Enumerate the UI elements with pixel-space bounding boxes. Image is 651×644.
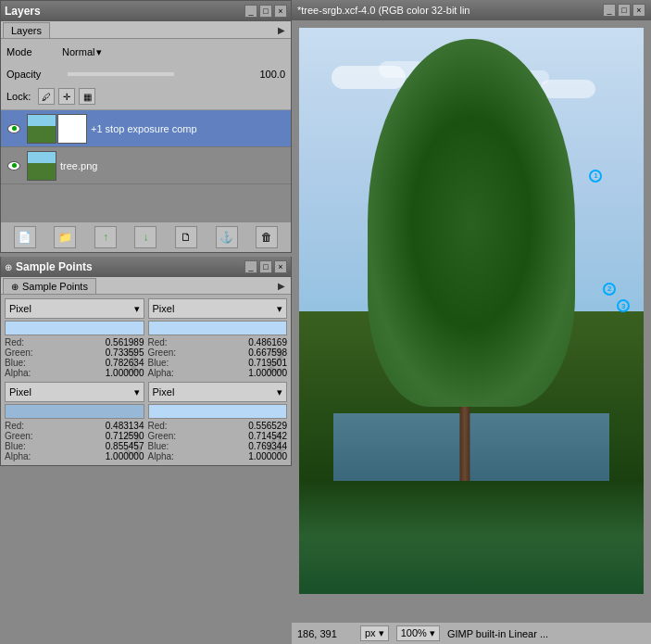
tree-canopy [368,39,574,407]
blue-label-1: Blue: [5,358,33,368]
sample-points-titlebar: ⊕ Sample Points _ □ × [1,257,291,277]
right-panel: *tree-srgb.xcf-4.0 (RGB color 32-bit lin… [292,0,651,644]
canvas-minimize-button[interactable]: _ [603,4,616,17]
layers-window-title: Layers [5,5,41,18]
layers-tab[interactable]: Layers [3,22,50,38]
sp-maximize-button[interactable]: □ [259,260,272,273]
layer-visibility-toggle[interactable] [5,124,23,133]
lock-position-icon[interactable]: ✛ [58,88,75,105]
blue-label-3: Blue: [5,441,33,451]
green-label-1: Green: [5,347,33,358]
eye-icon [7,124,20,133]
left-panel: Layers _ □ × Layers ▶ Mode Normal ▾ Opac… [0,0,292,644]
sample-number-3: 3 [123,428,142,461]
layer-thumb-image [27,114,56,144]
sample-unit-dropdown-1[interactable]: Pixel ▾ [5,298,144,319]
sample-unit-label-1: Pixel [9,303,31,314]
red-label-3: Red: [5,421,33,431]
sample-values-1: Red: 0.561989 Green: 0.733595 Blue: 0.78… [5,337,144,378]
sample-points-title: Sample Points [16,260,93,273]
close-button[interactable]: × [274,5,287,18]
green-label-4: Green: [148,431,177,441]
layers-toolbar: 📄 📁 ↑ ↓ 🗋 ⚓ 🗑 [1,221,291,252]
sp-minimize-button[interactable]: _ [244,260,257,273]
lower-layer-button[interactable]: ↓ [134,226,156,248]
sample-cell-3: Pixel ▾ Red: 0.483134 Green: 0.712590 Bl… [5,382,144,461]
sample-number-2: 2 [267,345,285,378]
lock-alpha-icon[interactable]: ▦ [79,88,95,105]
sample-cell-1: Pixel ▾ Red: 0.561989 Green: 0.733595 Bl… [5,298,144,378]
red-label-4: Red: [148,421,177,431]
alpha-label-2: Alpha: [148,368,177,378]
sp-close-button[interactable]: × [274,260,287,273]
canvas-maximize-button[interactable]: □ [618,4,631,17]
layer-thumbnails [27,151,56,181]
lock-label: Lock: [6,91,31,102]
raise-layer-button[interactable]: ↑ [94,226,117,248]
layer-visibility-toggle[interactable] [5,161,23,170]
sample-color-bar-2 [148,321,288,335]
sample-values-4: Red: 0.556529 Green: 0.714542 Blue: 0.76… [148,421,288,461]
mode-dropdown[interactable]: Normal ▾ [62,46,102,58]
red-label-2: Red: [148,337,177,347]
sample-cell-2: Pixel ▾ Red: 0.486169 Green: 0.667598 Bl… [148,298,288,378]
sample-number-1: 1 [123,345,142,378]
duplicate-layer-button[interactable]: 🗋 [175,226,197,248]
anchor-layer-button[interactable]: ⚓ [216,226,238,248]
sp-tab-arrow-icon[interactable]: ▶ [274,279,289,293]
sample-points-tab[interactable]: ⊕ Sample Points [3,278,96,294]
delete-layer-button[interactable]: 🗑 [256,226,278,248]
sample-number-4: 4 [267,428,285,461]
open-layer-button[interactable]: 📁 [54,226,76,248]
status-zoom-label: 100% [401,627,427,638]
sample-points-content: Pixel ▾ Red: 0.561989 Green: 0.733595 Bl… [1,295,291,465]
canvas-close-button[interactable]: × [632,4,645,17]
status-unit-dropdown[interactable]: px ▾ [360,625,389,641]
opacity-value: 100.0 [180,69,286,80]
status-zoom-arrow-icon: ▾ [430,627,435,638]
sample-points-titlebar-buttons: _ □ × [244,260,287,273]
sample-dropdown-arrow-3: ▾ [134,386,140,398]
mode-row: Mode Normal ▾ [6,42,285,62]
sample-color-bar-4 [148,404,288,419]
sample-unit-dropdown-4[interactable]: Pixel ▾ [148,382,288,402]
lock-paint-icon[interactable]: 🖊 [38,88,55,105]
status-zoom-dropdown[interactable]: 100% ▾ [396,625,440,641]
layers-list: +1 stop exposure comp tree.png [1,110,291,221]
alpha-label-1: Alpha: [5,368,33,378]
sample-unit-dropdown-2[interactable]: Pixel ▾ [148,298,288,319]
sample-unit-label-2: Pixel [153,303,175,314]
canvas-titlebar-buttons: _ □ × [603,4,645,17]
layers-tab-bar: Layers ▶ [1,21,291,39]
sample-values-3: Red: 0.483134 Green: 0.712590 Blue: 0.85… [5,421,144,461]
canvas-image: 1 2 3 [299,28,644,594]
green-label-2: Green: [148,347,177,358]
canvas-area[interactable]: 1 2 3 [292,20,651,622]
sample-unit-label-4: Pixel [153,386,175,398]
layer-name: +1 stop exposure comp [91,123,287,134]
sample-dropdown-arrow-2: ▾ [277,303,282,315]
new-layer-button[interactable]: 📄 [14,226,36,248]
lock-row: Lock: 🖊 ✛ ▦ [6,86,285,107]
layer-name: tree.png [60,160,287,171]
sample-unit-dropdown-3[interactable]: Pixel ▾ [5,382,144,402]
sample-cell-4: Pixel ▾ Red: 0.556529 Green: 0.714542 Bl… [148,382,288,461]
opacity-label: Opacity [6,69,62,80]
layer-row[interactable]: +1 stop exposure comp [1,110,291,147]
layer-row[interactable]: tree.png [1,147,291,184]
green-label-3: Green: [5,431,33,441]
layers-titlebar: Layers _ □ × [1,1,291,21]
tab-arrow-icon[interactable]: ▶ [274,23,289,37]
sample-values-2: Red: 0.486169 Green: 0.667598 Blue: 0.71… [148,337,288,378]
eye-pupil [12,126,17,131]
status-coordinates: 186, 391 [297,628,353,639]
blue-label-4: Blue: [148,441,177,451]
status-unit-label: px [365,627,376,638]
layers-titlebar-buttons: _ □ × [244,5,287,18]
sample-color-bar-3 [5,404,144,419]
maximize-button[interactable]: □ [259,5,272,18]
opacity-slider[interactable] [68,72,174,76]
minimize-button[interactable]: _ [244,5,257,18]
sample-dropdown-arrow-1: ▾ [134,303,140,315]
layer-thumbnails [27,114,87,144]
